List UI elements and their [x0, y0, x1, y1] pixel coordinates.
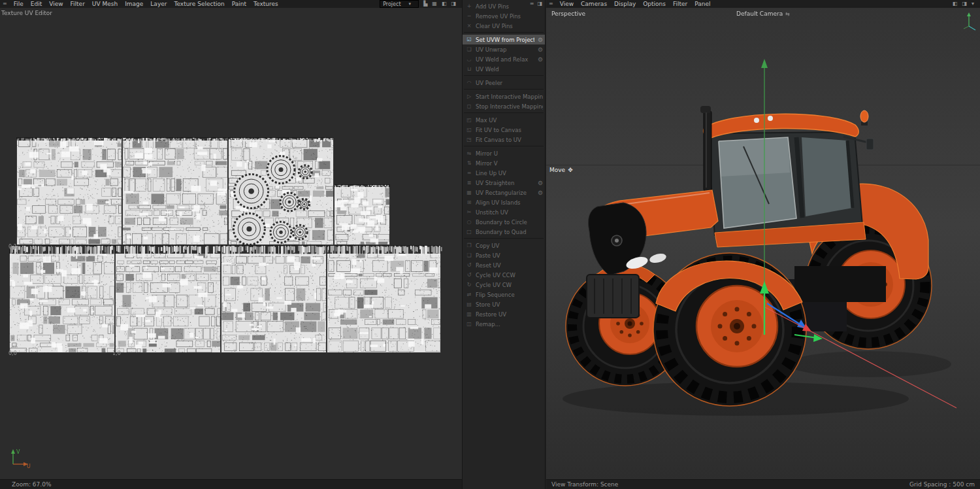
- project-dropdown-value: Project: [383, 1, 400, 7]
- command-icon: ◳: [466, 137, 472, 143]
- menu-item[interactable]: Paint: [232, 1, 246, 7]
- command-icon: ×: [466, 23, 472, 29]
- command-label: Reset UV: [476, 262, 543, 269]
- command-item[interactable]: ▥ Restore UV ⚙: [463, 309, 545, 319]
- tractor: [563, 59, 956, 416]
- grid-icon[interactable]: ▦: [432, 0, 437, 8]
- camera-label[interactable]: Default Camera ⇆: [736, 10, 790, 17]
- menu-item[interactable]: Edit: [31, 1, 42, 7]
- project-dropdown[interactable]: Project ▾: [380, 0, 419, 8]
- command-item[interactable]: ⇋ Mirror U ⚙: [463, 148, 545, 158]
- dock-right-icon[interactable]: ◨: [451, 0, 456, 8]
- menu-item[interactable]: View: [560, 1, 574, 7]
- command-label: UV Rectangularize: [476, 190, 534, 196]
- command-item[interactable]: ❏ Paste UV ⚙: [463, 250, 545, 260]
- exhaust-pipe: [700, 106, 711, 192]
- command-icon: ✂: [466, 209, 472, 215]
- menu-item[interactable]: Textures: [253, 1, 278, 7]
- command-item[interactable]: ↻ Cycle UV CW ⚙: [463, 280, 545, 290]
- zoom-level: Zoom: 67.0%: [12, 481, 51, 488]
- command-item[interactable]: ✂ Unstitch UV ⚙: [463, 207, 545, 217]
- gear-icon[interactable]: ⚙: [538, 46, 543, 53]
- command-item[interactable]: ↺ Reset UV ⚙: [463, 260, 545, 270]
- command-item[interactable]: ▦ UV Rectangularize ⚙: [463, 188, 545, 197]
- menu-item[interactable]: Texture Selection: [174, 1, 224, 7]
- panel-menu-icon[interactable]: ≡: [530, 0, 534, 8]
- dock-left-icon[interactable]: ◧: [442, 0, 447, 8]
- tractor-model[interactable]: [546, 8, 980, 479]
- commands-header: ≡ ◨: [527, 0, 545, 7]
- command-label: Boundary to Circle: [476, 219, 543, 226]
- command-item[interactable]: ▷ Start Interactive Mapping ⚙: [463, 92, 545, 101]
- gear-icon[interactable]: ⚙: [538, 56, 543, 63]
- command-item[interactable]: ≣ UV Straighten ⚙: [463, 178, 545, 188]
- command-icon: ⊞: [466, 199, 472, 205]
- command-item[interactable]: ⇄ Flip Sequence ⚙: [463, 290, 545, 299]
- command-item[interactable]: ◫ Remap... ⚙: [463, 319, 545, 329]
- uv-canvas-area[interactable]: Texture UV Editor 0,1 0,0 1,0 V U: [0, 8, 462, 479]
- command-icon: □: [466, 229, 472, 235]
- command-item[interactable]: ❐ Copy UV ⚙: [463, 241, 545, 250]
- command-item[interactable]: ⊔ UV Weld ⚙: [463, 64, 545, 74]
- uv-coord-label-origin: 0,0: [8, 350, 17, 356]
- command-item[interactable]: ◻ Stop Interactive Mapping ⚙: [463, 101, 545, 111]
- uv-coord-label-u1: 1,0: [112, 350, 121, 356]
- uv-editor-menubar: ≡ FileEditViewFilterUV MeshImageLayerTex…: [0, 0, 462, 8]
- menu-item[interactable]: Cameras: [581, 1, 607, 7]
- command-icon: ◡: [466, 56, 472, 62]
- grid-spacing-status: Grid Spacing : 500 cm: [909, 481, 975, 488]
- menu-item[interactable]: Image: [125, 1, 143, 7]
- command-item[interactable]: ▤ Store UV ⚙: [463, 299, 545, 309]
- menu-item[interactable]: View: [49, 1, 63, 7]
- command-label: Mirror U: [476, 150, 543, 157]
- gear-icon[interactable]: ⚙: [538, 190, 543, 196]
- menu-item[interactable]: Filter: [71, 1, 85, 7]
- dock-right-icon[interactable]: ◨: [962, 0, 967, 8]
- view-transform-status: View Transform: Scene: [551, 481, 618, 488]
- command-item[interactable]: − Remove UV Pins ⚙: [463, 11, 545, 21]
- menu-item[interactable]: Panel: [694, 1, 710, 7]
- command-icon: ◱: [466, 127, 472, 133]
- command-label: Fit Canvas to UV: [476, 137, 543, 143]
- command-item[interactable]: ≡ Line Up UV ⚙: [463, 168, 545, 178]
- gear-icon[interactable]: ⚙: [538, 37, 543, 43]
- menu-grip-icon[interactable]: ≡: [3, 0, 7, 8]
- command-icon: ☑: [466, 37, 472, 42]
- dock-left-icon[interactable]: ◧: [953, 0, 958, 8]
- command-icon: ◰: [466, 117, 472, 123]
- cab[interactable]: [704, 114, 866, 247]
- command-item[interactable]: ❏ UV Unwrap ⚙: [463, 44, 545, 54]
- command-item[interactable]: × Clear UV Pins ⚙: [463, 21, 545, 31]
- uv-layout-canvas[interactable]: [0, 8, 462, 479]
- command-item[interactable]: □ Boundary to Quad ⚙: [463, 227, 545, 237]
- histogram-icon[interactable]: ▙: [423, 0, 427, 8]
- viewport-menu-icon[interactable]: ≡: [549, 0, 553, 8]
- command-icon: ❏: [466, 46, 472, 52]
- command-item[interactable]: ☑ Set UVW from Projection ⚙: [463, 35, 545, 44]
- panel-title: Texture UV Editor: [1, 10, 52, 16]
- menu-item[interactable]: Filter: [673, 1, 687, 7]
- command-item[interactable]: ⊞ Align UV Islands ⚙: [463, 197, 545, 207]
- command-item[interactable]: ⇅ Mirror V ⚙: [463, 158, 545, 168]
- command-item[interactable]: ◡ UV Weld and Relax ⚙: [463, 54, 545, 64]
- command-item[interactable]: ◰ Max UV ⚙: [463, 115, 545, 125]
- menu-item[interactable]: File: [14, 1, 24, 7]
- command-icon: ▷: [466, 93, 472, 99]
- command-item[interactable]: ↺ Cycle UV CCW ⚙: [463, 270, 545, 280]
- command-item[interactable]: ◠ UV Peeler ⚙: [463, 78, 545, 88]
- command-icon: ❐: [466, 243, 472, 248]
- viewport-3d-view[interactable]: Perspective Default Camera ⇆ Move ✥: [546, 8, 980, 479]
- caret-down-icon[interactable]: ▾: [972, 0, 974, 8]
- headlight-right: [649, 252, 667, 265]
- command-item[interactable]: ○ Boundary to Circle ⚙: [463, 217, 545, 227]
- menu-item[interactable]: Layer: [150, 1, 167, 7]
- command-item[interactable]: ◳ Fit Canvas to UV ⚙: [463, 135, 545, 144]
- menu-item[interactable]: Display: [614, 1, 636, 7]
- dock-icon[interactable]: ◨: [537, 0, 542, 8]
- command-icon: ⇋: [466, 150, 472, 156]
- gear-icon[interactable]: ⚙: [538, 180, 543, 186]
- menu-item[interactable]: Options: [643, 1, 666, 7]
- menu-item[interactable]: UV Mesh: [92, 1, 118, 7]
- command-icon: ≡: [466, 170, 472, 176]
- command-item[interactable]: ◱ Fit UV to Canvas ⚙: [463, 125, 545, 135]
